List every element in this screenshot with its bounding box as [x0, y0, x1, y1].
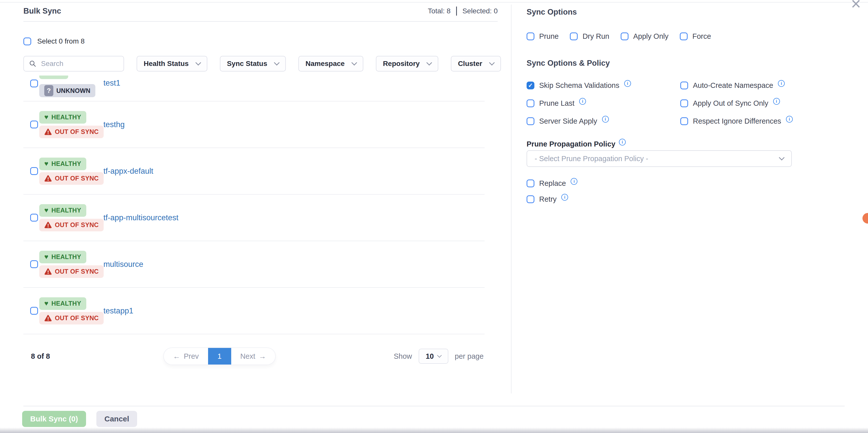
- auto-create-namespace-checkbox[interactable]: [680, 82, 688, 89]
- badge-column: ♥ HEALTHY OUT OF SYNC: [39, 251, 103, 278]
- heart-icon: ♥: [44, 207, 48, 214]
- flag-prune-last[interactable]: Prune Last i: [527, 99, 680, 108]
- apply-out-of-sync-only-checkbox[interactable]: [680, 99, 688, 107]
- select-all-checkbox[interactable]: [23, 37, 31, 45]
- info-icon[interactable]: i: [786, 116, 793, 123]
- filter-repository[interactable]: Repository: [376, 56, 438, 71]
- cancel-button[interactable]: Cancel: [96, 411, 137, 427]
- info-icon[interactable]: i: [624, 80, 631, 87]
- skip-schema-validations-checkbox[interactable]: [527, 82, 534, 89]
- label-text: Prune Propagation Policy: [527, 140, 615, 148]
- filter-label: Health Status: [144, 60, 189, 68]
- sync-options-title: Sync Options: [527, 7, 577, 17]
- totals-summary: Total: 8 Selected: 0: [428, 6, 498, 16]
- select-all-label: Select 0 from 8: [37, 37, 85, 45]
- sync-status-badge: OUT OF SYNC: [39, 126, 104, 138]
- warning-icon: [44, 128, 52, 135]
- app-link[interactable]: testhg: [103, 120, 125, 129]
- flag-respect-ignore-differences[interactable]: Respect Ignore Differences i: [680, 117, 793, 125]
- current-page-button[interactable]: 1: [208, 348, 231, 365]
- server-side-apply-checkbox[interactable]: [527, 117, 534, 125]
- info-icon[interactable]: i: [619, 139, 626, 145]
- bulk-sync-button[interactable]: Bulk Sync (0): [22, 411, 86, 427]
- select-all-row[interactable]: Select 0 from 8: [23, 37, 85, 45]
- badge-label: OUT OF SYNC: [55, 128, 99, 136]
- chevron-down-icon: [351, 60, 357, 66]
- flag-dry-run[interactable]: Dry Run: [570, 32, 609, 40]
- info-icon[interactable]: i: [778, 80, 785, 87]
- flag-apply-out-of-sync-only[interactable]: Apply Out of Sync Only i: [680, 99, 793, 108]
- flag-apply-only[interactable]: Apply Only: [621, 32, 669, 40]
- row-checkbox[interactable]: [30, 167, 38, 175]
- filter-namespace[interactable]: Namespace: [299, 56, 363, 71]
- chevron-down-icon: [437, 353, 441, 357]
- policy-flags-grid: Skip Schema Validations i Auto-Create Na…: [527, 81, 793, 125]
- dry-run-checkbox[interactable]: [570, 32, 578, 40]
- prune-propagation-policy-label: Prune Propagation Policy i: [527, 140, 626, 148]
- row-checkbox[interactable]: [30, 121, 38, 128]
- flag-server-side-apply[interactable]: Server Side Apply i: [527, 117, 680, 125]
- app-link[interactable]: tf-appx-default: [103, 167, 153, 176]
- prune-propagation-policy-select[interactable]: - Select Prune Propagation Policy -: [527, 150, 792, 167]
- badge-column: ♥ HEALTHY OUT OF SYNC: [39, 204, 103, 231]
- info-icon[interactable]: i: [570, 178, 578, 185]
- page-size-value: 10: [426, 352, 434, 360]
- flag-prune[interactable]: Prune: [527, 32, 559, 40]
- table-row: ♥ HEALTHY OUT OF SYNC tf-appx-default: [23, 148, 485, 195]
- row-checkbox[interactable]: [30, 214, 38, 222]
- badge-label: HEALTHY: [51, 300, 81, 307]
- notification-dot[interactable]: [863, 213, 868, 224]
- search-icon: [29, 60, 36, 67]
- selected-count: Selected: 0: [462, 7, 498, 15]
- show-label: Show: [394, 352, 412, 360]
- filter-label: Cluster: [458, 60, 482, 68]
- retry-checkbox[interactable]: [527, 195, 534, 203]
- app-link[interactable]: tf-app-multisourcetest: [103, 213, 178, 222]
- prune-last-checkbox[interactable]: [527, 99, 534, 107]
- apply-only-checkbox[interactable]: [621, 32, 628, 40]
- filter-label: Repository: [383, 60, 420, 68]
- sync-status-badge: OUT OF SYNC: [39, 265, 104, 278]
- warning-icon: [44, 222, 52, 228]
- health-badge: ♥ HEALTHY: [39, 297, 86, 310]
- prev-page-button[interactable]: ← Prev: [164, 348, 208, 365]
- app-link[interactable]: multisource: [103, 260, 144, 269]
- app-link[interactable]: test1: [103, 79, 120, 88]
- respect-ignore-differences-checkbox[interactable]: [680, 117, 688, 125]
- filter-health-status[interactable]: Health Status: [136, 56, 207, 71]
- badge-label: HEALTHY: [51, 160, 81, 167]
- page-size-control: Show 10 per page: [394, 348, 484, 365]
- page-title: Bulk Sync: [23, 6, 61, 16]
- info-icon[interactable]: i: [773, 98, 780, 105]
- row-checkbox[interactable]: [30, 80, 38, 87]
- row-checkbox[interactable]: [30, 260, 38, 268]
- flag-label: Force: [692, 32, 711, 40]
- health-badge: ♥ HEALTHY: [39, 157, 86, 170]
- search-box[interactable]: [23, 56, 124, 71]
- info-icon[interactable]: i: [561, 194, 568, 201]
- next-page-button[interactable]: Next →: [231, 348, 276, 365]
- filter-sync-status[interactable]: Sync Status: [220, 56, 286, 71]
- row-checkbox[interactable]: [30, 307, 38, 315]
- page-size-select[interactable]: 10: [418, 349, 448, 364]
- flag-skip-schema-validations[interactable]: Skip Schema Validations i: [527, 81, 680, 90]
- badge-label: OUT OF SYNC: [55, 175, 99, 182]
- per-page-label: per page: [455, 352, 484, 360]
- badge-column: ♥ HEALTHY OUT OF SYNC: [39, 111, 103, 138]
- close-icon[interactable]: ×: [851, 0, 861, 12]
- heart-icon: ♥: [44, 254, 48, 260]
- clipped-healthy-badge: [39, 76, 68, 79]
- arrow-left-icon: ←: [173, 352, 180, 360]
- filter-cluster[interactable]: Cluster: [451, 56, 501, 71]
- flag-replace[interactable]: Replace i: [527, 179, 578, 187]
- app-link[interactable]: testapp1: [103, 307, 133, 315]
- info-icon[interactable]: i: [602, 116, 609, 123]
- flag-force[interactable]: Force: [680, 32, 711, 40]
- flag-auto-create-namespace[interactable]: Auto-Create Namespace i: [680, 81, 793, 90]
- force-checkbox[interactable]: [680, 32, 688, 40]
- flag-retry[interactable]: Retry i: [527, 195, 568, 203]
- info-icon[interactable]: i: [579, 98, 586, 105]
- prune-checkbox[interactable]: [527, 32, 534, 40]
- replace-checkbox[interactable]: [527, 179, 534, 187]
- search-input[interactable]: [40, 59, 115, 68]
